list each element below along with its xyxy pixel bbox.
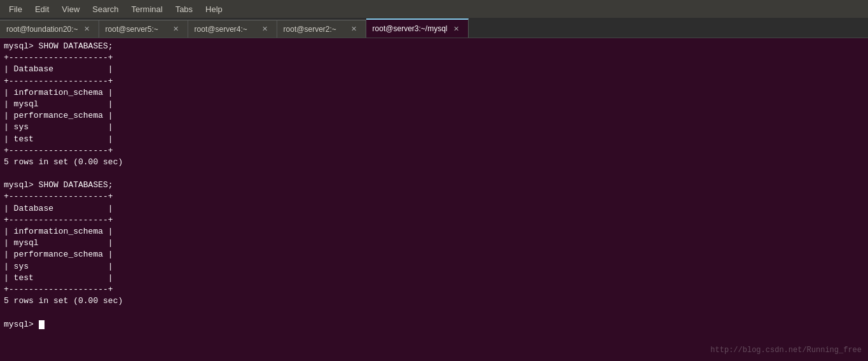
menu-file[interactable]: File	[3, 3, 29, 15]
tab-server5[interactable]: root@server5:~ ✕	[99, 20, 188, 38]
tab-bar: root@foundation20:~ ✕ root@server5:~ ✕ r…	[0, 18, 868, 38]
tab-label-server5: root@server5:~	[106, 25, 167, 34]
menu-bar: File Edit View Search Terminal Tabs Help	[0, 0, 868, 18]
terminal-cursor	[39, 320, 45, 329]
menu-edit[interactable]: Edit	[29, 3, 55, 15]
tab-foundation20[interactable]: root@foundation20:~ ✕	[0, 20, 99, 38]
tab-server3-mysql[interactable]: root@server3:~/mysql ✕	[366, 18, 469, 38]
terminal-text: mysql> SHOW DATABASES; +----------------…	[4, 41, 123, 329]
menu-terminal[interactable]: Terminal	[125, 3, 169, 15]
tab-close-server2[interactable]: ✕	[349, 24, 359, 34]
menu-view[interactable]: View	[55, 3, 86, 15]
tab-label-foundation20: root@foundation20:~	[6, 25, 78, 34]
tab-label-server3-mysql: root@server3:~/mysql	[373, 24, 448, 33]
tab-server2[interactable]: root@server2:~ ✕	[277, 20, 366, 38]
menu-help[interactable]: Help	[199, 3, 229, 15]
terminal-content[interactable]: mysql> SHOW DATABASES; +----------------…	[0, 38, 868, 361]
tab-close-foundation20[interactable]: ✕	[82, 24, 92, 34]
tab-close-server3-mysql[interactable]: ✕	[451, 24, 462, 34]
tab-close-server4[interactable]: ✕	[260, 24, 270, 34]
menu-search[interactable]: Search	[86, 3, 125, 15]
tab-label-server4: root@server4:~	[195, 25, 256, 34]
tab-close-server5[interactable]: ✕	[171, 24, 181, 34]
tab-label-server2: root@server2:~	[284, 25, 345, 34]
tab-server4[interactable]: root@server4:~ ✕	[188, 20, 277, 38]
menu-tabs[interactable]: Tabs	[169, 3, 199, 15]
